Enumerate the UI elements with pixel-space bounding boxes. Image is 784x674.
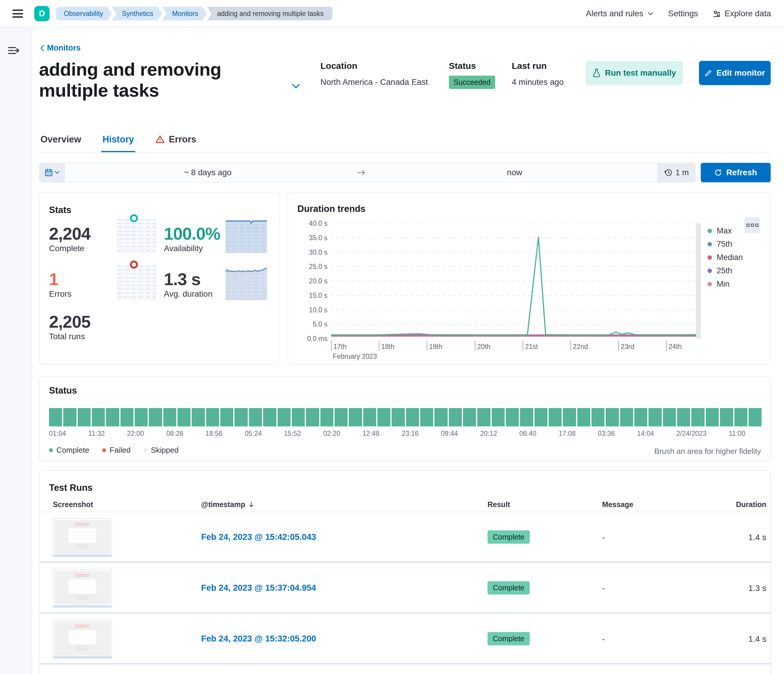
refresh-button[interactable]: Refresh <box>701 163 771 182</box>
status-bar <box>734 408 747 426</box>
legend-label: Complete <box>56 446 89 455</box>
status-bar <box>677 408 690 426</box>
legend-dot-icon <box>102 448 106 452</box>
chart-options-icon[interactable] <box>744 217 761 233</box>
last-run-label: Last run <box>512 61 564 71</box>
y-tick-label: 40.0 s <box>290 220 327 228</box>
breadcrumb-item-2[interactable]: Synthetics <box>112 7 162 20</box>
y-tick-label: 20.0 s <box>290 277 327 285</box>
start-date-button[interactable]: ~ 8 days ago <box>65 163 351 182</box>
status-time-label: 2/24/2023 <box>676 430 706 438</box>
tab-label: Overview <box>40 134 81 145</box>
test-run-timestamp-link[interactable]: Feb 24, 2023 @ 15:42:05.043 <box>201 532 316 542</box>
chart-end-marker <box>696 223 701 339</box>
screenshot-thumbnail[interactable]: todos <box>53 569 112 607</box>
duration-trends-chart[interactable] <box>331 223 696 339</box>
legend-item-max[interactable]: Max <box>708 224 743 237</box>
test-run-timestamp-link[interactable]: Feb 24, 2023 @ 15:37:04.954 <box>201 583 316 593</box>
thumbnail-app-title: todos <box>54 572 110 578</box>
status-time-label: 12:48 <box>362 430 380 438</box>
location-value: North America - Canada East <box>320 77 428 87</box>
status-bar <box>634 408 647 426</box>
test-run-timestamp-link[interactable]: Feb 24, 2023 @ 15:32:05.200 <box>201 634 316 644</box>
status-bar <box>106 408 119 426</box>
tab-overview[interactable]: Overview <box>39 128 82 152</box>
status-bar <box>191 408 205 426</box>
timestamp-column-header[interactable]: @timestamp <box>201 500 255 509</box>
status-time-axis: 01:0411:3222:0008:2818:5605:2415:5202:20… <box>49 430 745 438</box>
message-cell: - <box>602 584 605 593</box>
status-bar <box>363 408 376 426</box>
y-tick-label: 15.0 s <box>290 292 327 300</box>
chart-legend: Max75thMedian25thMin <box>708 224 743 291</box>
legend-dot-icon <box>708 255 712 260</box>
breadcrumb-item-3[interactable]: Monitors <box>162 7 207 20</box>
menu-icon[interactable] <box>12 9 23 18</box>
legend-dot-icon <box>708 282 712 286</box>
test-runs-title: Test Runs <box>49 482 93 493</box>
x-tick-label: 18th <box>379 341 395 351</box>
tab-history[interactable]: History <box>101 128 135 152</box>
x-tick-label: 17th <box>331 341 347 351</box>
refresh-interval-button[interactable]: 1 m <box>658 163 695 182</box>
thumbnail-task-list <box>68 528 96 543</box>
avg-duration-sparkline <box>226 265 267 300</box>
tabs: OverviewHistoryErrors <box>39 128 771 153</box>
status-badge: Succeeded <box>449 76 495 89</box>
status-bar <box>149 408 162 426</box>
edit-monitor-button[interactable]: Edit monitor <box>699 61 771 85</box>
test-run-row-1: todosFeb 24, 2023 @ 15:42:05.043Complete… <box>40 512 770 563</box>
refresh-icon <box>714 169 722 176</box>
status-time-label: 11:32 <box>88 430 105 438</box>
screenshot-thumbnail[interactable]: todos <box>53 518 112 557</box>
legend-item-min[interactable]: Min <box>708 278 743 291</box>
legend-dot-icon <box>708 229 712 233</box>
alerts-and-rules-label: Alerts and rules <box>586 9 644 18</box>
screenshot-thumbnail[interactable]: todos <box>53 620 112 658</box>
run-test-manually-button[interactable]: Run test manually <box>586 61 683 85</box>
explore-data-link[interactable]: Explore data <box>712 9 771 18</box>
breadcrumb-item-1[interactable]: Observability <box>56 7 112 20</box>
beaker-icon <box>593 69 600 77</box>
status-bar <box>78 408 91 426</box>
timestamp-header-label: @timestamp <box>201 500 245 509</box>
errors-sparkline <box>117 265 156 300</box>
settings-link[interactable]: Settings <box>668 9 698 18</box>
alerts-and-rules-menu[interactable]: Alerts and rules <box>586 9 654 18</box>
status-time-label: 18:56 <box>205 430 222 438</box>
status-bar <box>649 408 661 426</box>
status-bar <box>135 408 148 426</box>
y-tick-label: 5.0 s <box>290 320 327 328</box>
message-cell: - <box>602 533 605 542</box>
status-bar <box>406 408 419 426</box>
explore-data-label: Explore data <box>725 9 771 18</box>
status-bar <box>449 408 462 426</box>
legend-item-median[interactable]: Median <box>708 251 743 264</box>
total-runs-count: 2,205 <box>49 312 90 332</box>
back-to-monitors-link[interactable]: Monitors <box>39 44 81 53</box>
status-bar <box>420 408 433 426</box>
status-bar <box>748 408 762 426</box>
status-bar <box>92 408 105 426</box>
end-date-button[interactable]: now <box>372 163 658 182</box>
page-title: adding and removing multiple tasks <box>39 59 272 101</box>
date-range-picker: ~ 8 days ago now 1 m <box>39 163 695 182</box>
legend-item-25th[interactable]: 25th <box>708 264 743 278</box>
x-tick-label: 20th <box>475 341 490 351</box>
status-bar <box>377 408 390 426</box>
quick-select-date-button[interactable] <box>40 163 65 182</box>
status-bar <box>63 408 76 426</box>
legend-item-75th[interactable]: 75th <box>708 237 743 251</box>
status-heatmap-bars[interactable] <box>49 408 762 426</box>
expand-sidebar-icon[interactable] <box>8 46 20 56</box>
status-time-label: 02:20 <box>323 430 340 438</box>
tab-errors[interactable]: Errors <box>154 128 198 152</box>
deployment-badge[interactable]: D <box>34 6 50 21</box>
x-tick-label: 23rd <box>618 341 634 351</box>
x-axis-caption: February 2023 <box>333 353 377 360</box>
monitor-selector-chevron-icon[interactable] <box>291 83 301 90</box>
status-time-label: 14:04 <box>637 430 654 438</box>
message-cell: - <box>602 634 605 644</box>
status-time-label: 23:16 <box>401 430 419 438</box>
status-time-label: 11:00 <box>729 430 745 438</box>
